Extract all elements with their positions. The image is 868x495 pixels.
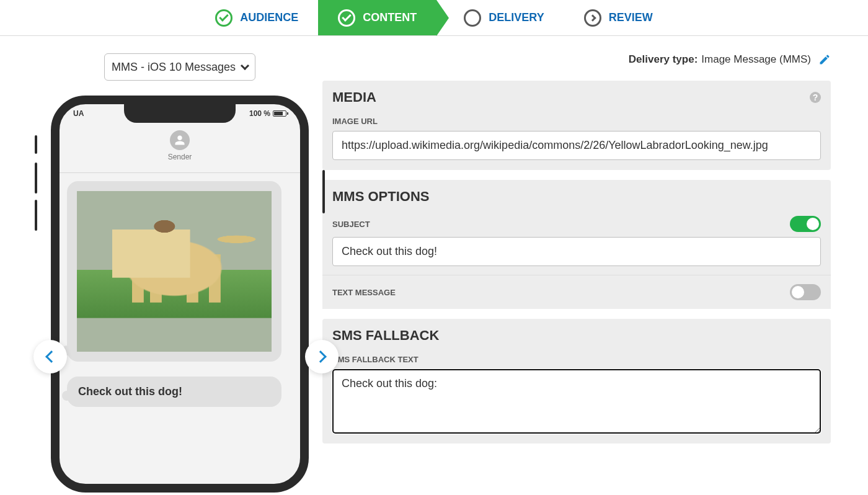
preview-select[interactable]: MMS - iOS 10 Messages [104,53,255,81]
battery-icon [273,110,286,117]
help-icon[interactable]: ? [810,92,821,103]
phone-side-button [35,163,37,194]
panel-title: MEDIA [332,89,376,105]
sms-fallback-panel: SMS FALLBACK SMS FALLBACK TEXT [322,319,831,444]
battery-label: 100 % [249,109,270,118]
step-label: CONTENT [363,11,417,24]
text-message-toggle[interactable] [790,284,821,300]
preview-select-value: MMS - iOS 10 Messages [112,61,236,74]
mms-options-panel: MMS OPTIONS SUBJECT TEXT MESSAGE [322,180,831,309]
form-column: Delivery type: Image Message (MMS) MEDIA… [322,53,831,493]
image-url-label: IMAGE URL [322,110,831,131]
status-bar: UA 100 % [60,109,300,118]
subject-toggle[interactable] [790,216,821,232]
preview-prev-button[interactable] [33,340,67,373]
sms-fallback-text-label: SMS FALLBACK TEXT [322,349,831,369]
image-url-input[interactable] [332,131,821,160]
step-audience[interactable]: AUDIENCE [195,0,318,35]
divider [60,172,300,173]
step-label: REVIEW [609,11,653,24]
bubble-text: Check out this dog! [78,385,182,398]
step-content[interactable]: CONTENT [318,0,436,35]
image-bubble [67,181,281,362]
sender-label: Sender [60,153,300,161]
circle-icon [464,9,481,27]
text-bubble: Check out this dog! [67,377,281,407]
chevron-right-icon [584,9,601,27]
sms-fallback-textarea[interactable] [332,369,821,434]
subject-label: SUBJECT [332,220,370,229]
panel-title: SMS FALLBACK [332,328,439,344]
delivery-type-label: Delivery type: [629,53,698,66]
phone-side-button [322,170,325,213]
text-message-label: TEXT MESSAGE [332,288,396,297]
delivery-type-row: Delivery type: Image Message (MMS) [322,53,831,66]
phone-side-button [35,135,37,154]
step-review[interactable]: REVIEW [564,0,673,35]
step-label: DELIVERY [489,11,544,24]
subject-input[interactable] [332,237,821,266]
stepper: AUDIENCE CONTENT DELIVERY REVIEW [0,0,868,36]
step-delivery[interactable]: DELIVERY [436,0,564,35]
chevron-left-icon [45,350,58,363]
edit-delivery-type-button[interactable] [818,53,831,66]
step-label: AUDIENCE [240,11,298,24]
media-panel: MEDIA ? IMAGE URL [322,81,831,170]
delivery-type-value: Image Message (MMS) [701,53,811,66]
main: MMS - iOS 10 Messages UA 100 % [0,36,868,493]
pencil-icon [818,53,831,66]
chevron-down-icon [241,61,249,70]
check-icon [338,9,355,27]
sender-area: Sender [60,130,300,161]
chevron-right-icon [314,350,327,363]
avatar-icon [170,130,190,150]
check-icon [215,9,232,27]
preview-next-button[interactable] [305,340,339,373]
phone-side-button [35,200,37,231]
preview-image [77,191,272,352]
panel-title: MMS OPTIONS [332,189,429,205]
phone-preview: UA 100 % Sender [51,96,309,493]
carrier-label: UA [73,109,84,118]
message-list: Check out this dog! [60,181,300,484]
preview-column: MMS - iOS 10 Messages UA 100 % [37,53,322,493]
